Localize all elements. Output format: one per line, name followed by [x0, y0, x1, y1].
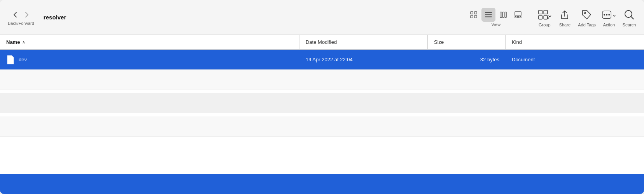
forward-button[interactable]: [21, 9, 32, 20]
action-button[interactable]: Action: [602, 8, 616, 27]
column-headers: Name ∧ Date Modified Size Kind: [0, 35, 644, 50]
name-column-header[interactable]: Name ∧: [0, 35, 299, 49]
date-column-label: Date Modified: [306, 39, 337, 45]
view-section: View: [467, 8, 525, 27]
finder-window: Back/Forward resolver: [0, 0, 644, 194]
svg-rect-15: [544, 10, 548, 14]
svg-rect-3: [474, 16, 477, 18]
empty-row-2: [0, 93, 644, 113]
nav-label: Back/Forward: [8, 21, 34, 26]
svg-rect-10: [515, 12, 521, 16]
file-date-cell: 19 Apr 2022 at 22:04: [299, 50, 428, 69]
view-buttons: [467, 8, 525, 22]
svg-rect-16: [539, 15, 542, 19]
svg-rect-0: [471, 12, 473, 14]
kind-column-header[interactable]: Kind: [506, 35, 644, 49]
svg-point-20: [606, 14, 607, 16]
file-size-text: 32 bytes: [480, 57, 499, 62]
nav-arrows: [10, 9, 32, 20]
svg-point-18: [584, 12, 586, 14]
svg-rect-7: [500, 12, 502, 17]
file-size-cell: 32 bytes: [428, 50, 506, 69]
add-tags-label: Add Tags: [578, 23, 596, 27]
file-icon: [6, 55, 15, 65]
file-list: dev 19 Apr 2022 at 22:04 32 bytes Docume…: [0, 50, 644, 174]
svg-rect-14: [539, 10, 542, 14]
spacer-2: [0, 113, 644, 116]
grid-view-button[interactable]: [467, 8, 481, 22]
share-icon: [558, 8, 572, 22]
svg-rect-12: [518, 17, 519, 18]
svg-rect-1: [474, 12, 477, 14]
svg-rect-8: [503, 12, 505, 17]
file-kind-cell: Document: [506, 50, 644, 69]
gallery-view-button[interactable]: [511, 8, 525, 22]
size-column-header[interactable]: Size: [428, 35, 506, 49]
empty-row-3: [0, 116, 644, 137]
table-row[interactable]: dev 19 Apr 2022 at 22:04 32 bytes Docume…: [0, 50, 644, 70]
file-name-cell: dev: [0, 50, 299, 69]
view-label: View: [492, 22, 501, 27]
date-column-header[interactable]: Date Modified: [299, 35, 428, 49]
search-button[interactable]: Search: [622, 8, 636, 27]
svg-point-19: [604, 14, 605, 16]
svg-rect-11: [515, 17, 516, 18]
list-view-button[interactable]: [481, 8, 495, 22]
search-label: Search: [623, 23, 636, 27]
empty-row-1: [0, 70, 644, 90]
bottom-bar: [0, 174, 644, 194]
sort-arrow-icon: ∧: [22, 40, 25, 44]
svg-rect-13: [520, 17, 522, 18]
svg-rect-9: [505, 12, 507, 17]
svg-rect-17: [544, 15, 548, 19]
file-name-text: dev: [19, 57, 27, 62]
share-button[interactable]: Share: [558, 8, 572, 27]
toolbar-actions: Group Share: [537, 8, 636, 27]
file-kind-text: Document: [512, 57, 535, 62]
share-label: Share: [559, 23, 570, 27]
nav-section: Back/Forward: [8, 9, 34, 26]
tag-icon: [580, 8, 594, 22]
column-view-button[interactable]: [496, 8, 510, 22]
svg-point-21: [608, 14, 610, 16]
action-icon: [602, 8, 616, 22]
group-icon: [537, 8, 551, 22]
toolbar: Back/Forward resolver: [0, 0, 644, 35]
action-label: Action: [603, 23, 615, 27]
name-column-label: Name: [6, 39, 20, 45]
size-column-label: Size: [434, 39, 444, 45]
spacer-1: [0, 90, 644, 93]
file-date-text: 19 Apr 2022 at 22:04: [306, 57, 353, 62]
group-label: Group: [539, 23, 551, 27]
kind-column-label: Kind: [512, 39, 522, 45]
svg-rect-2: [471, 16, 473, 18]
search-icon: [622, 8, 636, 22]
group-button[interactable]: Group: [537, 8, 551, 27]
window-title: resolver: [44, 14, 66, 21]
back-button[interactable]: [10, 9, 21, 20]
add-tags-button[interactable]: Add Tags: [578, 8, 596, 27]
